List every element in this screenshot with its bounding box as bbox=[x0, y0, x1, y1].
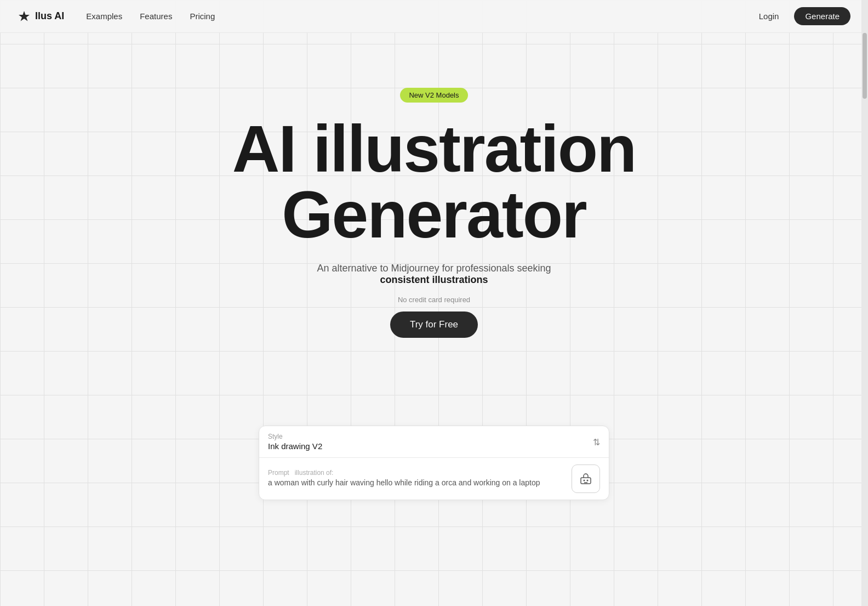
nav-right: Login Generate bbox=[752, 7, 850, 25]
logo-icon bbox=[18, 10, 31, 23]
hero-subtitle-bold: consistent illustrations bbox=[380, 274, 488, 285]
form-area: Style Ink drawing V2 ⇅ Prompt illustrati… bbox=[248, 426, 620, 500]
hero-title: AI illustration Generator bbox=[232, 116, 636, 247]
hero-title-line2: Generator bbox=[282, 178, 586, 251]
prompt-label-text: Prompt bbox=[268, 469, 289, 477]
nav-link-examples[interactable]: Examples bbox=[86, 12, 122, 21]
svg-point-1 bbox=[584, 480, 585, 482]
style-value: Ink drawing V2 bbox=[268, 441, 600, 451]
nav-link-features[interactable]: Features bbox=[140, 12, 172, 21]
prompt-field: Prompt illustration of: a woman with cur… bbox=[259, 458, 609, 500]
style-field: Style Ink drawing V2 ⇅ bbox=[259, 426, 609, 458]
scrollbar-thumb[interactable] bbox=[863, 33, 867, 99]
no-credit-text: No credit card required bbox=[398, 296, 470, 304]
login-button[interactable]: Login bbox=[752, 8, 786, 24]
scrollbar[interactable] bbox=[861, 0, 868, 606]
hero-subtitle-text: An alternative to Midjourney for profess… bbox=[317, 263, 551, 274]
prompt-text[interactable]: a woman with curly hair waving hello whi… bbox=[268, 478, 565, 489]
nav-link-pricing[interactable]: Pricing bbox=[190, 12, 215, 21]
prompt-content: Prompt illustration of: a woman with cur… bbox=[268, 469, 565, 489]
generate-button[interactable]: Generate bbox=[794, 7, 850, 25]
form-card: Style Ink drawing V2 ⇅ Prompt illustrati… bbox=[259, 426, 609, 500]
new-badge: New V2 Models bbox=[400, 88, 467, 103]
generate-icon-button[interactable] bbox=[572, 465, 600, 493]
logo[interactable]: Ilus AI bbox=[18, 10, 64, 23]
style-label: Style bbox=[268, 433, 600, 440]
hero-title-line1: AI illustration bbox=[232, 112, 636, 185]
hero-section: New V2 Models AI illustration Generator … bbox=[0, 33, 868, 338]
navbar: Ilus AI Examples Features Pricing Login … bbox=[0, 0, 868, 33]
prompt-prefix-text: illustration of: bbox=[295, 469, 334, 477]
robot-icon bbox=[579, 472, 592, 485]
try-for-free-button[interactable]: Try for Free bbox=[390, 312, 478, 338]
style-arrows-icon[interactable]: ⇅ bbox=[593, 437, 600, 447]
nav-links: Examples Features Pricing bbox=[86, 12, 752, 21]
prompt-label: Prompt illustration of: bbox=[268, 469, 565, 477]
svg-point-2 bbox=[587, 480, 589, 482]
hero-subtitle: An alternative to Midjourney for profess… bbox=[317, 263, 551, 286]
logo-text: Ilus AI bbox=[35, 10, 64, 22]
